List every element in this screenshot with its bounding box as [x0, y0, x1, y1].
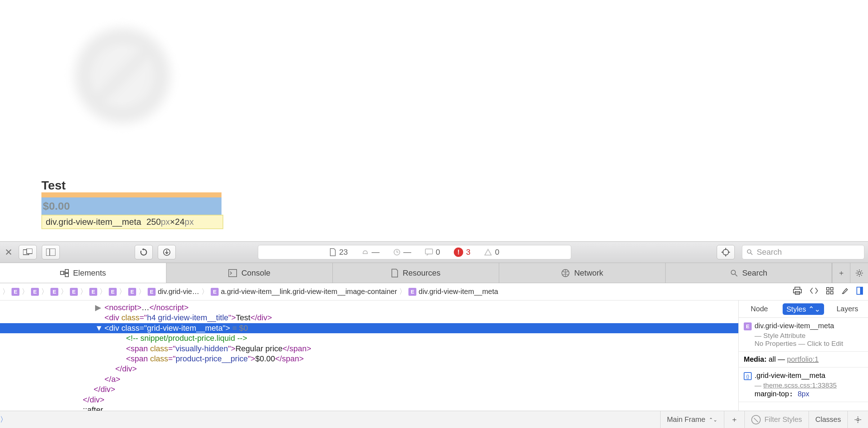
svg-rect-17	[65, 269, 68, 273]
styles-tabs: Node Styles ⌃⌄ Layers	[739, 300, 868, 318]
media-source-link[interactable]: portfolio:1	[787, 355, 819, 363]
tab-console[interactable]: Console	[166, 263, 333, 283]
breadcrumb-item[interactable]: Ediv.grid-vie…	[148, 287, 199, 296]
element-badge-icon: E	[12, 288, 19, 296]
gear-icon	[855, 269, 863, 277]
gear-icon	[854, 416, 862, 423]
box-model-content-overlay: $0.00	[41, 197, 222, 215]
styles-tab-node[interactable]: Node	[739, 305, 780, 313]
devtools-body: ▶<noscript>…</noscript> <div class="h4 g…	[0, 300, 868, 411]
svg-point-23	[731, 270, 735, 275]
svg-rect-18	[65, 273, 68, 277]
warning-icon	[484, 249, 492, 256]
tab-resources[interactable]: Resources	[333, 263, 499, 283]
close-devtools-button[interactable]: ✕	[4, 247, 14, 257]
paint-flashing-button[interactable]	[841, 287, 849, 297]
chevron-up-down-icon: ⌃⌄	[808, 305, 820, 313]
product-title: Test	[41, 178, 222, 192]
svg-rect-4	[46, 249, 55, 256]
frame-selector[interactable]: Main Frame ⌃⌄	[660, 411, 724, 428]
rule-source-link[interactable]: theme.scss.css:1:33835	[763, 382, 837, 389]
console-prompt-icon[interactable]: 〉	[0, 415, 7, 424]
svg-point-25	[858, 272, 861, 275]
svg-rect-16	[61, 271, 64, 275]
element-badge-icon: E	[50, 288, 58, 296]
breadcrumb-item[interactable]: E	[128, 288, 136, 296]
breadcrumb-item[interactable]: E	[31, 288, 39, 296]
status-bar[interactable]: 23 — — 0 ! 3 0	[258, 245, 571, 259]
grid-icon	[826, 287, 833, 294]
breadcrumb-item[interactable]: E	[50, 288, 58, 296]
styles-tab-styles[interactable]: Styles ⌃⌄	[783, 303, 824, 315]
svg-rect-42	[860, 287, 863, 294]
svg-rect-8	[425, 249, 433, 254]
inspect-element-button[interactable]	[717, 245, 735, 259]
console-icon	[228, 269, 237, 277]
svg-rect-40	[831, 291, 833, 294]
svg-line-24	[735, 274, 737, 276]
chevron-up-down-icon: ⌃⌄	[709, 417, 717, 423]
dock-side-button[interactable]	[19, 245, 37, 259]
tab-settings-button[interactable]	[850, 263, 868, 283]
element-badge-icon: E	[148, 288, 156, 296]
bell-icon	[362, 249, 369, 256]
devtools-tabs: Elements Console Resources Network Searc…	[0, 263, 868, 283]
devtools-toolbar: ✕ 23 — —	[0, 241, 868, 263]
grid-view-button[interactable]	[826, 287, 833, 296]
tab-elements[interactable]: Elements	[0, 263, 166, 283]
paintbrush-icon	[841, 287, 849, 295]
filter-styles-input[interactable]: Filter Styles	[744, 411, 808, 428]
svg-line-33	[857, 275, 858, 276]
element-badge-icon: E	[89, 288, 97, 296]
svg-point-14	[747, 250, 751, 253]
breadcrumb-actions	[793, 287, 868, 297]
print-styles-button[interactable]	[793, 287, 802, 297]
breadcrumb-item[interactable]: E	[89, 288, 97, 296]
add-tab-button[interactable]: ＋	[832, 263, 850, 283]
tooltip-height: 24	[175, 217, 185, 227]
svg-point-43	[857, 419, 859, 421]
toolbar-search-input[interactable]: Search	[742, 245, 864, 259]
layout-column-icon	[856, 287, 863, 295]
classes-toggle[interactable]: Classes	[809, 411, 847, 428]
reload-button[interactable]	[135, 245, 153, 259]
devtools-bottom-bar: 〉 Main Frame ⌃⌄ ＋ Filter Styles Classes	[0, 411, 868, 428]
error-badge-icon: !	[454, 248, 463, 257]
tab-network[interactable]: Network	[499, 263, 666, 283]
element-badge-icon: E	[31, 288, 39, 296]
breadcrumb-item[interactable]: Ea.grid-view-item__link.grid-view-item__…	[211, 287, 397, 296]
styles-sidebar: Node Styles ⌃⌄ Layers Ediv.grid-view-ite…	[738, 300, 868, 411]
breadcrumb-item[interactable]: E	[109, 288, 117, 296]
chevron-right-icon: 〉	[2, 287, 9, 297]
css-rule[interactable]: {}.grid-view-item__meta — theme.scss.css…	[739, 367, 868, 402]
styles-tab-layers[interactable]: Layers	[827, 305, 868, 313]
sidebar-layout-icon	[46, 249, 55, 256]
devtools-panel: ✕ 23 — —	[0, 241, 868, 428]
element-dimensions-tooltip: div.grid-view-item__meta 250px × 24px	[41, 215, 223, 229]
settings-button[interactable]	[847, 411, 868, 428]
element-badge-icon: E	[128, 288, 136, 296]
add-rule-button[interactable]: ＋	[724, 411, 744, 428]
breadcrumb-item-selected[interactable]: Ediv.grid-view-item__meta	[408, 287, 498, 296]
source-code-button[interactable]	[810, 287, 818, 296]
element-badge-icon: E	[744, 322, 752, 330]
tooltip-width: 250	[146, 217, 161, 227]
layout-panel-button[interactable]	[856, 287, 863, 297]
breadcrumb-item[interactable]: E	[70, 288, 78, 296]
message-icon	[425, 249, 433, 256]
element-badge-icon: E	[109, 288, 117, 296]
dom-tree[interactable]: ▶<noscript>…</noscript> <div class="h4 g…	[0, 300, 738, 411]
target-crosshair-icon	[721, 248, 730, 257]
breadcrumb-item[interactable]: E	[12, 288, 19, 296]
tab-search[interactable]: Search	[666, 263, 832, 283]
tooltip-selector: div.grid-view-item__meta	[46, 217, 141, 227]
toggle-sidebar-button[interactable]	[42, 245, 60, 259]
style-attribute-section[interactable]: Ediv.grid-view-item__meta — Style Attrib…	[739, 318, 868, 352]
resources-icon	[391, 269, 398, 277]
svg-rect-39	[827, 291, 829, 294]
search-tab-icon	[730, 269, 738, 277]
svg-line-1	[96, 49, 149, 102]
document-count: 23	[330, 248, 348, 257]
download-button[interactable]	[158, 245, 176, 259]
svg-rect-38	[831, 287, 833, 290]
